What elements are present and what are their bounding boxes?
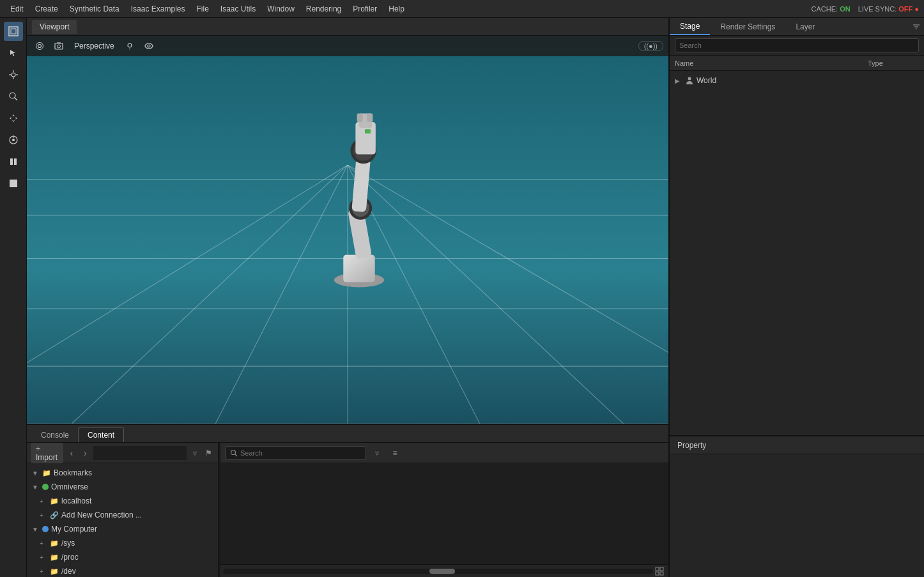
tree-item-omniverse[interactable]: ▼ Omniverse	[27, 480, 218, 494]
menu-window[interactable]: Window	[262, 3, 300, 15]
viewport-tab-bar: Viewport	[27, 18, 668, 36]
broadcast-indicator: ((●))	[638, 41, 663, 51]
svg-rect-53	[660, 567, 663, 571]
select-tool-btn[interactable]	[4, 22, 23, 41]
svg-point-7	[10, 93, 15, 98]
pin-tool-btn[interactable]	[4, 130, 23, 150]
zoom-tool-btn[interactable]	[4, 87, 23, 106]
viewport-toolbar: Perspective ((●))	[27, 36, 668, 56]
content-filter-icon[interactable]: ▿	[370, 446, 384, 460]
bookmark-icon[interactable]: ⚑	[203, 446, 214, 460]
svg-point-22	[148, 45, 150, 47]
nav-forward-btn[interactable]: ›	[80, 446, 91, 460]
content-main-area	[220, 463, 668, 564]
tree-item-localhost[interactable]: + 📁 localhost	[27, 494, 218, 508]
tree-item-my-computer[interactable]: ▼ My Computer	[27, 522, 218, 536]
grid-view-icon[interactable]	[653, 565, 666, 578]
tab-console[interactable]: Console	[32, 428, 78, 442]
menu-isaac-examples[interactable]: Isaac Examples	[126, 3, 190, 15]
content-scrollbar[interactable]	[220, 564, 668, 577]
stage-section: Stage Render Settings Layer Name	[670, 18, 924, 436]
menu-synthetic-data[interactable]: Synthetic Data	[65, 3, 125, 15]
tree-item-label: Bookmarks	[54, 468, 92, 477]
svg-rect-0	[9, 27, 18, 36]
viewport-tab[interactable]: Viewport	[32, 20, 77, 34]
right-panel: Stage Render Settings Layer Name	[668, 18, 924, 577]
expand-icon: +	[40, 540, 47, 547]
path-input[interactable]	[93, 446, 187, 460]
omniverse-status-dot	[42, 484, 49, 490]
transform-tool-btn[interactable]	[4, 65, 23, 84]
nav-back-btn[interactable]: ‹	[66, 446, 77, 460]
menu-edit[interactable]: Edit	[5, 3, 29, 15]
content-grid-icon[interactable]: ≡	[388, 446, 402, 460]
menu-status-area: CACHE: ON LIVE SYNC: OFF ●	[812, 5, 919, 13]
viewport-container[interactable]: Perspective ((●))	[27, 36, 668, 424]
perspective-label[interactable]: Perspective	[70, 40, 118, 52]
lighting-icon[interactable]	[122, 38, 137, 54]
stage-tabs: Stage Render Settings Layer	[670, 18, 924, 36]
scroll-thumb[interactable]	[429, 569, 455, 574]
content-browser-right: ▿ ≡	[220, 443, 668, 577]
menu-help[interactable]: Help	[383, 3, 410, 15]
tree-item-label: Add New Connection ...	[61, 511, 142, 519]
svg-rect-12	[10, 158, 13, 165]
svg-line-8	[15, 98, 17, 100]
cursor-tool-btn[interactable]	[4, 43, 23, 63]
svg-rect-54	[656, 572, 659, 575]
left-toolbar	[0, 18, 27, 577]
menu-profiler[interactable]: Profiler	[348, 3, 382, 15]
menu-file[interactable]: File	[191, 3, 213, 15]
menu-rendering[interactable]: Rendering	[301, 3, 346, 15]
tab-stage[interactable]: Stage	[670, 18, 710, 35]
svg-rect-19	[57, 42, 61, 44]
stage-search-input[interactable]	[675, 38, 919, 52]
view-icon[interactable]	[141, 38, 157, 54]
tree-item-bookmarks[interactable]: ▼ 📁 Bookmarks	[27, 466, 218, 480]
stage-filter-icon[interactable]	[909, 18, 924, 36]
tree-item-sys[interactable]: + 📁 /sys	[27, 536, 218, 550]
stage-item-world[interactable]: ▶ World	[670, 73, 924, 88]
tab-layer[interactable]: Layer	[785, 18, 825, 35]
stop-tool-btn[interactable]	[4, 174, 23, 193]
collapse-icon: ▼	[32, 484, 40, 491]
center-area: Viewport	[27, 18, 668, 577]
tree-item-label: /dev	[61, 567, 76, 576]
camera-icon[interactable]	[51, 38, 66, 54]
viewport-settings-btn[interactable]	[32, 38, 47, 54]
svg-point-59	[688, 77, 691, 81]
tree-item-add-connection[interactable]: + 🔗 Add New Connection ...	[27, 508, 218, 522]
live-sync-label: LIVE SYNC:	[858, 5, 897, 13]
svg-point-15	[38, 45, 42, 48]
svg-point-50	[231, 450, 236, 454]
tree-item-dev[interactable]: + 📁 /dev	[27, 564, 218, 577]
import-button[interactable]: + Import	[31, 443, 63, 463]
filter-icon[interactable]: ▿	[189, 446, 200, 460]
svg-rect-47	[365, 129, 371, 134]
tab-content[interactable]: Content	[78, 427, 124, 442]
stage-col-name: Name	[675, 59, 852, 67]
scroll-track[interactable]	[223, 569, 653, 574]
svg-rect-52	[656, 567, 659, 571]
tree-item-label: /proc	[61, 553, 79, 562]
tree-item-label: My Computer	[51, 525, 97, 534]
tab-render-settings[interactable]: Render Settings	[710, 18, 785, 35]
pause-tool-btn[interactable]	[4, 152, 23, 171]
tree-item-label: Omniverse	[51, 482, 88, 491]
move-tool-btn[interactable]	[4, 109, 23, 128]
computer-status-dot	[42, 526, 49, 532]
content-right-toolbar: ▿ ≡	[220, 443, 668, 463]
viewport-section: Viewport	[27, 18, 668, 424]
svg-rect-13	[14, 158, 17, 165]
content-search-box[interactable]	[226, 446, 366, 460]
tree-item-proc[interactable]: + 📁 /proc	[27, 550, 218, 564]
content-search-input[interactable]	[240, 449, 362, 457]
person-icon	[685, 76, 694, 85]
menu-create[interactable]: Create	[30, 3, 63, 15]
content-browser-left: + Import ‹ › ▿ ⚑ ▼ 📁 Bookmarks	[27, 443, 219, 577]
folder-icon: 📁	[42, 469, 51, 477]
live-sync-value: OFF ●	[898, 5, 919, 13]
stage-search-bar	[670, 36, 924, 56]
menu-isaac-utils[interactable]: Isaac Utils	[215, 3, 261, 15]
collapse-icon: ▼	[32, 526, 40, 533]
